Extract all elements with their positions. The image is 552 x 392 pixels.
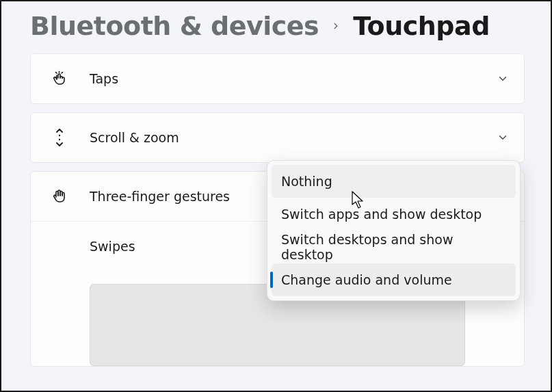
dropdown-item-nothing[interactable]: Nothing	[272, 165, 516, 198]
dropdown-item-label: Nothing	[281, 174, 332, 189]
chevron-down-icon	[497, 131, 509, 144]
swipes-dropdown[interactable]: Nothing Switch apps and show desktop Swi…	[267, 160, 521, 301]
taps-section[interactable]: Taps	[30, 53, 525, 104]
scroll-icon	[50, 129, 69, 146]
svg-point-0	[59, 135, 60, 136]
taps-label: Taps	[69, 71, 497, 86]
chevron-right-icon	[331, 21, 341, 31]
breadcrumb-parent[interactable]: Bluetooth & devices	[30, 11, 319, 41]
scroll-zoom-section[interactable]: Scroll & zoom	[30, 112, 525, 163]
page-title: Touchpad	[353, 11, 490, 41]
svg-point-1	[59, 139, 60, 140]
tap-icon	[50, 70, 69, 87]
dropdown-item-switch-apps[interactable]: Switch apps and show desktop	[272, 198, 516, 231]
dropdown-item-label: Change audio and volume	[281, 272, 452, 287]
breadcrumb: Bluetooth & devices Touchpad	[30, 11, 525, 41]
dropdown-item-audio-volume[interactable]: Change audio and volume	[272, 263, 516, 296]
chevron-down-icon	[497, 73, 509, 85]
dropdown-item-label: Switch apps and show desktop	[281, 207, 482, 222]
dropdown-item-label: Switch desktops and show desktop	[281, 232, 506, 262]
scroll-zoom-label: Scroll & zoom	[69, 130, 497, 145]
dropdown-item-switch-desktops[interactable]: Switch desktops and show desktop	[272, 231, 516, 263]
hand-icon	[50, 188, 69, 205]
